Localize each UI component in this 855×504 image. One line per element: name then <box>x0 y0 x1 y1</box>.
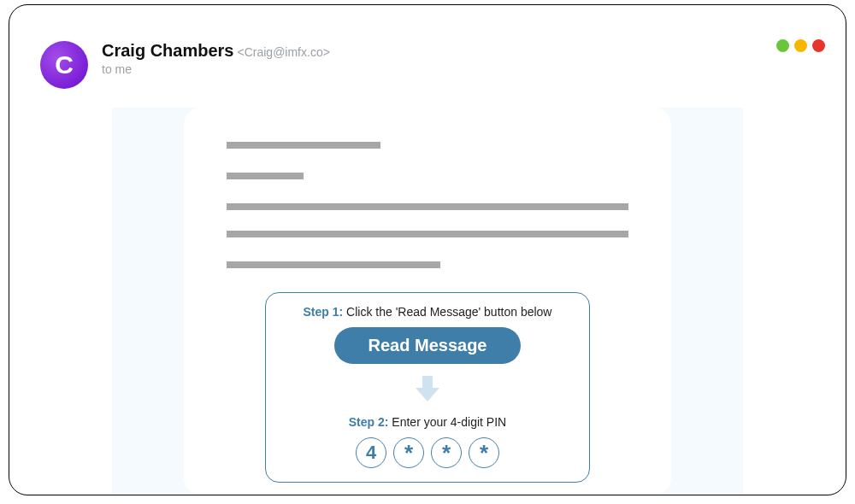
skeleton-line <box>227 203 628 210</box>
pin-digit-1[interactable]: 4 <box>356 437 386 468</box>
sender-email: <Craig@imfx.co> <box>238 45 330 59</box>
zoom-dot-icon[interactable] <box>794 39 807 52</box>
pin-digit-2[interactable]: * <box>393 437 424 468</box>
skeleton-line <box>227 261 440 268</box>
step-1-text: Click the 'Read Message' button below <box>346 305 551 319</box>
step-1-row: Step 1: Click the 'Read Message' button … <box>281 305 574 319</box>
step-2-text: Enter your 4-digit PIN <box>392 415 506 429</box>
instruction-box: Step 1: Click the 'Read Message' button … <box>265 292 590 483</box>
skeleton-line <box>227 142 380 149</box>
skeleton-line <box>227 173 304 179</box>
window-controls <box>776 39 825 52</box>
down-arrow-icon <box>281 371 574 412</box>
step-1-label: Step 1: <box>304 305 344 319</box>
email-body-card: Step 1: Click the 'Read Message' button … <box>184 108 671 495</box>
read-message-button[interactable]: Read Message <box>334 327 522 364</box>
close-dot-icon[interactable] <box>812 39 825 52</box>
minimize-dot-icon[interactable] <box>776 39 789 52</box>
email-window: C Craig Chambers <Craig@imfx.co> to me S… <box>9 4 846 495</box>
sender-block: Craig Chambers <Craig@imfx.co> to me <box>102 41 330 76</box>
email-header: C Craig Chambers <Craig@imfx.co> to me <box>40 41 330 89</box>
step-2-row: Step 2: Enter your 4-digit PIN <box>281 415 574 429</box>
content-area: Step 1: Click the 'Read Message' button … <box>112 108 743 495</box>
recipient-line: to me <box>102 62 330 76</box>
pin-input-row: 4 * * * <box>281 437 574 468</box>
pin-digit-3[interactable]: * <box>431 437 462 468</box>
avatar-initial: C <box>55 50 74 79</box>
step-2-label: Step 2: <box>349 415 389 429</box>
sender-name: Craig Chambers <box>102 41 234 61</box>
avatar: C <box>40 41 88 89</box>
skeleton-line <box>227 231 628 237</box>
pin-digit-4[interactable]: * <box>469 437 499 468</box>
